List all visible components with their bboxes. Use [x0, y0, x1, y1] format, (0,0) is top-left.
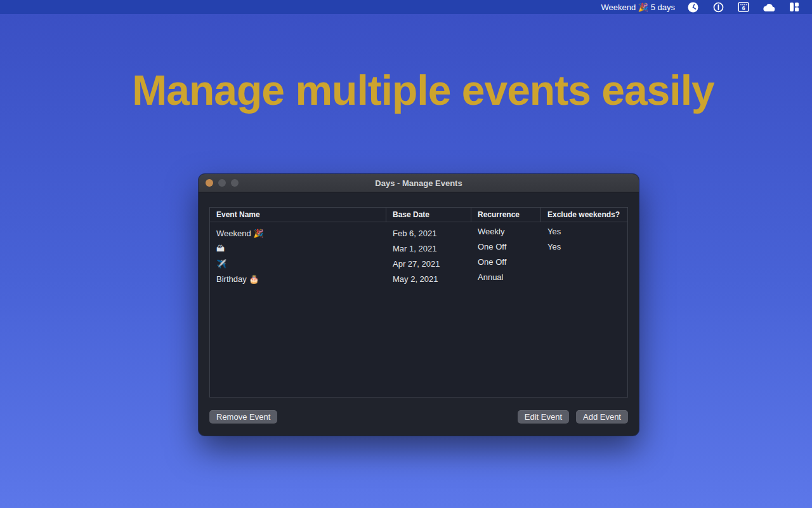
close-button[interactable]: [206, 179, 213, 187]
table-row[interactable]: Birthday 🎂 May 2, 2021 Annual: [210, 271, 627, 286]
cloud-icon[interactable]: [756, 0, 782, 14]
cell-recurrence: One Off: [471, 257, 541, 267]
cell-recurrence: One Off: [471, 242, 541, 251]
table-header-row: Event Name Base Date Recurrence Exclude …: [210, 208, 627, 222]
column-header-base-date[interactable]: Base Date: [386, 208, 471, 222]
desktop: { "menu_bar": { "status_item_text": "Wee…: [0, 0, 812, 508]
hero-headline: Manage multiple events easily: [17, 66, 812, 114]
calendar-day-number: 6: [742, 5, 745, 11]
minimize-button[interactable]: [218, 179, 226, 187]
menu-bar-status-item[interactable]: Weekend 🎉 5 days: [596, 3, 680, 12]
calendar-icon[interactable]: 6: [731, 0, 756, 14]
edit-event-button[interactable]: Edit Event: [518, 410, 569, 424]
cell-exclude-weekends: Yes: [541, 242, 627, 251]
table-row[interactable]: ✈️ Apr 27, 2021 One Off: [210, 256, 627, 271]
window-titlebar[interactable]: Days - Manage Events: [199, 174, 639, 192]
clock-icon[interactable]: [680, 0, 705, 14]
table-row[interactable]: 🏔 Mar 1, 2021 One Off Yes: [210, 241, 627, 256]
manage-events-window: Days - Manage Events Event Name Base Dat…: [199, 174, 639, 436]
cell-event-name: Weekend 🎉: [210, 229, 386, 238]
zoom-button[interactable]: [231, 179, 239, 187]
power-icon[interactable]: [705, 0, 731, 14]
add-event-button[interactable]: Add Event: [576, 410, 628, 424]
cell-base-date: Mar 1, 2021: [386, 244, 471, 253]
table-body: Weekend 🎉 Feb 6, 2021 Weekly Yes 🏔 Mar 1…: [210, 222, 627, 286]
cell-base-date: May 2, 2021: [386, 274, 471, 284]
traffic-lights: [206, 179, 239, 187]
cell-recurrence: Weekly: [471, 227, 541, 236]
panels-icon[interactable]: [782, 0, 807, 14]
cell-event-name: Birthday 🎂: [210, 274, 386, 284]
cell-event-name: 🏔: [210, 244, 386, 253]
column-header-exclude-weekends[interactable]: Exclude weekends?: [541, 208, 627, 222]
cell-base-date: Apr 27, 2021: [386, 259, 471, 269]
column-header-event-name[interactable]: Event Name: [210, 208, 386, 222]
cell-event-name: ✈️: [210, 259, 386, 269]
cell-exclude-weekends: Yes: [541, 227, 627, 236]
column-header-recurrence[interactable]: Recurrence: [471, 208, 541, 222]
cell-recurrence: Annual: [471, 272, 541, 282]
window-footer: Remove Event Edit Event Add Event: [209, 410, 628, 424]
events-table: Event Name Base Date Recurrence Exclude …: [209, 207, 628, 398]
menu-bar: Weekend 🎉 5 days 6: [0, 0, 812, 14]
cell-base-date: Feb 6, 2021: [386, 229, 471, 238]
remove-event-button[interactable]: Remove Event: [209, 410, 277, 424]
window-title: Days - Manage Events: [375, 178, 462, 188]
table-row[interactable]: Weekend 🎉 Feb 6, 2021 Weekly Yes: [210, 225, 627, 241]
